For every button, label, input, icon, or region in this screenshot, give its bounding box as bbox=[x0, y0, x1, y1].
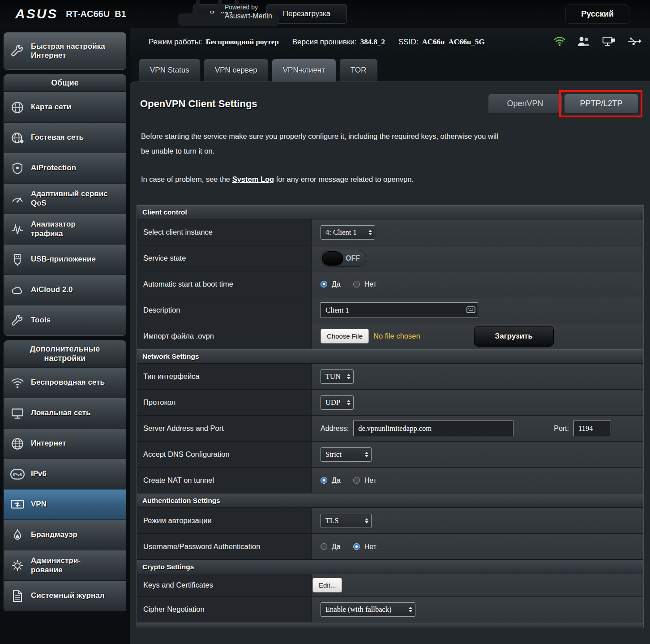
firmware-label: Версия прошивки: bbox=[292, 38, 357, 47]
server-address-input[interactable] bbox=[353, 421, 513, 436]
mode-value-link[interactable]: Беспроводной роутер bbox=[206, 38, 279, 47]
sidebar-item-tools[interactable]: Tools bbox=[4, 305, 126, 335]
sidebar-item-label: Tools bbox=[31, 316, 51, 325]
usb-status-icon[interactable] bbox=[627, 36, 642, 48]
openvpn-mode-button[interactable]: OpenVPN bbox=[488, 94, 562, 114]
server-port-input[interactable] bbox=[573, 421, 611, 436]
row-label: Select client instance bbox=[137, 219, 312, 245]
client-instance-value: 4: Client 1 bbox=[325, 228, 357, 237]
sidebar-item-wireless[interactable]: Беспроводная сеть bbox=[4, 367, 126, 398]
row-automatic-start: Automatic start at boot time Да Нет bbox=[137, 271, 643, 297]
tab-vpn-client[interactable]: VPN-клиент bbox=[272, 59, 336, 82]
protocol-value: UDP bbox=[325, 398, 340, 407]
topbar: ASUS RT-AC66U_B1 Powered by Asuswrt-Merl… bbox=[0, 0, 650, 28]
sidebar-group-general: Общие Карта сети Гостевая сеть AiProtect… bbox=[4, 74, 126, 336]
sidebar-item-label: Локальная сеть bbox=[31, 408, 90, 417]
sidebar-item-wan[interactable]: Интернет bbox=[4, 428, 126, 459]
sidebar-item-aiprotection[interactable]: AiProtection bbox=[4, 153, 126, 183]
keys-edit-button[interactable]: Edit... bbox=[312, 578, 342, 592]
radio-label-yes: Да bbox=[332, 477, 341, 485]
sidebar-item-vpn[interactable]: VPN bbox=[4, 489, 126, 519]
input-helper-icon[interactable] bbox=[466, 306, 475, 315]
main-panel: OpenVPN Client Settings OpenVPN PPTP/L2T… bbox=[130, 82, 650, 644]
protocol-select[interactable]: UDP bbox=[321, 395, 354, 410]
select-arrows-icon bbox=[347, 400, 351, 405]
system-log-link[interactable]: System Log bbox=[232, 175, 274, 183]
row-label: Keys and Certificates bbox=[137, 574, 312, 596]
sidebar-item-guest-network[interactable]: Гостевая сеть bbox=[4, 122, 126, 153]
toggle-knob bbox=[322, 251, 343, 266]
row-create-nat: Create NAT on tunnel Да Нет bbox=[137, 468, 643, 494]
service-state-toggle[interactable]: OFF bbox=[321, 250, 366, 267]
select-arrows-icon bbox=[347, 374, 351, 379]
select-arrows-icon bbox=[365, 452, 368, 457]
sidebar-item-quick-setup[interactable]: Быстрая настройка Интернет bbox=[4, 32, 126, 70]
firmware-value-link[interactable]: 384.8_2 bbox=[360, 38, 385, 47]
row-cipher-negotiation: Cipher Negotiation Enable (with fallback… bbox=[137, 597, 643, 623]
wifi-status-icon[interactable] bbox=[553, 36, 566, 49]
sidebar-item-ipv6[interactable]: IPv6 IPv6 bbox=[4, 459, 126, 489]
sidebar-item-firewall[interactable]: Брандмауэр bbox=[4, 519, 126, 550]
cipher-negotiation-value: Enable (with fallback) bbox=[325, 605, 392, 614]
clients-status-icon[interactable] bbox=[577, 35, 591, 49]
ssid-main-link[interactable]: AC66u bbox=[422, 38, 445, 47]
sidebar-item-label: Администри- рование bbox=[31, 556, 81, 575]
remote-monitor-status-icon[interactable] bbox=[602, 35, 616, 49]
flame-icon bbox=[9, 529, 26, 541]
svg-text:IPv6: IPv6 bbox=[13, 472, 22, 477]
sidebar-item-traffic-analyzer[interactable]: Анализатор трафика bbox=[4, 214, 126, 244]
select-arrows-icon bbox=[409, 607, 412, 612]
radio-label-yes: Да bbox=[332, 280, 341, 288]
row-label: Cipher Negotiation bbox=[137, 597, 312, 622]
row-label: Импорт файла .ovpn bbox=[137, 323, 312, 349]
sidebar-group-advanced: Дополнительные настройки Беспроводная се… bbox=[4, 340, 126, 611]
row-select-client-instance: Select client instance 4: Client 1 bbox=[137, 219, 643, 245]
quick-setup-icon bbox=[9, 44, 26, 58]
tab-tor[interactable]: TOR bbox=[339, 59, 378, 82]
userpass-no-radio[interactable] bbox=[353, 543, 360, 550]
row-interface-type: Тип интерфейса TUN bbox=[137, 364, 643, 390]
autostart-no-radio[interactable] bbox=[353, 281, 360, 288]
tab-vpn-server[interactable]: VPN сервер bbox=[204, 59, 269, 82]
interface-type-select[interactable]: TUN bbox=[321, 369, 354, 384]
row-label: Протокол bbox=[137, 390, 312, 415]
pptp-l2tp-mode-button[interactable]: PPTP/L2TP bbox=[564, 94, 638, 114]
userpass-yes-radio[interactable] bbox=[321, 543, 327, 550]
row-keys-certificates: Keys and Certificates Edit... bbox=[137, 574, 643, 597]
row-label: Create NAT on tunnel bbox=[137, 468, 312, 493]
description-input[interactable] bbox=[321, 302, 478, 318]
radio-label-no: Нет bbox=[364, 543, 376, 551]
sidebar-item-label: AiCloud 2.0 bbox=[31, 285, 73, 294]
auth-mode-select[interactable]: TLS bbox=[321, 514, 372, 528]
row-label: Username/Password Authentication bbox=[137, 534, 312, 559]
autostart-yes-radio[interactable] bbox=[321, 281, 327, 288]
powered-by: Powered by Asuswrt-Merlin bbox=[225, 4, 272, 21]
sidebar-item-label: Быстрая настройка Интернет bbox=[31, 42, 105, 60]
dns-configuration-select[interactable]: Strict bbox=[321, 447, 372, 462]
ssid-5g-link[interactable]: AC66u_5G bbox=[448, 38, 484, 47]
row-label: Тип интерфейса bbox=[137, 364, 312, 389]
sidebar-item-label: Анализатор трафика bbox=[31, 220, 76, 238]
nat-yes-radio[interactable] bbox=[321, 477, 327, 484]
mode-label: Режим работы: bbox=[149, 38, 202, 47]
client-instance-select[interactable]: 4: Client 1 bbox=[321, 225, 375, 240]
row-userpass-auth: Username/Password Authentication Да Нет bbox=[137, 534, 643, 560]
sidebar-item-lan[interactable]: Локальная сеть bbox=[4, 398, 126, 428]
sidebar-item-administration[interactable]: Администри- рование bbox=[4, 550, 126, 580]
port-label: Port: bbox=[554, 425, 569, 433]
sidebar-item-system-log[interactable]: Системный журнал bbox=[4, 580, 126, 611]
upload-button[interactable]: Загрузить bbox=[474, 326, 554, 347]
nat-no-radio[interactable] bbox=[353, 477, 360, 484]
row-server-address-port: Server Address and Port Address: Port: bbox=[137, 416, 643, 442]
sidebar-item-aicloud[interactable]: AiCloud 2.0 bbox=[4, 275, 126, 305]
sidebar-item-adaptive-qos[interactable]: Адаптивный сервис QoS bbox=[4, 183, 126, 214]
page-title: OpenVPN Client Settings bbox=[140, 98, 257, 110]
sidebar-item-label: IPv6 bbox=[31, 469, 47, 478]
cipher-negotiation-select[interactable]: Enable (with fallback) bbox=[321, 602, 415, 617]
language-selector[interactable]: Русский bbox=[565, 4, 629, 24]
sidebar-item-usb-application[interactable]: USB-приложение bbox=[4, 244, 126, 275]
choose-file-button[interactable]: Choose File bbox=[321, 329, 369, 343]
tab-vpn-status[interactable]: VPN Status bbox=[139, 59, 201, 82]
sidebar: Быстрая настройка Интернет Общие Карта с… bbox=[0, 28, 130, 644]
sidebar-item-network-map[interactable]: Карта сети bbox=[4, 92, 126, 122]
